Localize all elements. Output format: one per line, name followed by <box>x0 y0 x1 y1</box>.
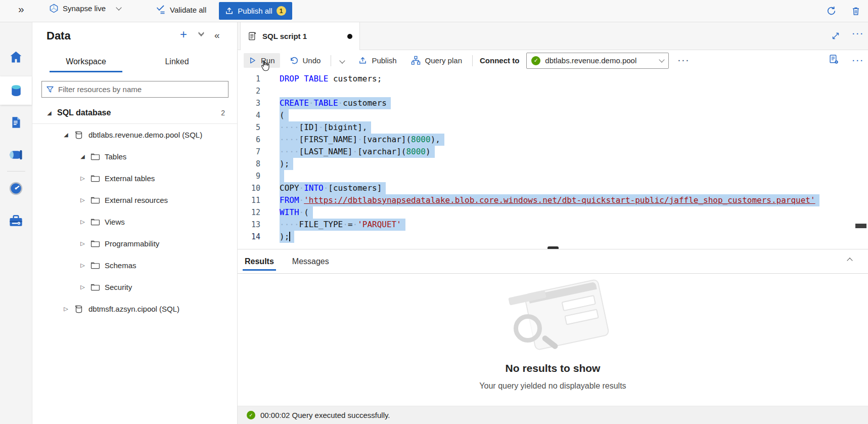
rail-item-monitor[interactable] <box>0 174 32 202</box>
query-status-bar: ✓ 00:00:02 Query executed successfully. <box>238 406 868 424</box>
double-chevron-down-icon[interactable] <box>199 32 203 35</box>
code-line-11[interactable]: 11FROM·'https://dbtlabsynapsedatalake.bl… <box>238 194 868 206</box>
collapse-twisty-icon[interactable]: ◢ <box>62 132 70 138</box>
more-commands-icon[interactable]: ··· <box>852 56 864 65</box>
code-line-6[interactable]: 6····[FIRST_NAME]·[varchar](8000), <box>238 134 868 146</box>
tree-item-dbtlabs-revenue-demo-pool-sql-[interactable]: ◢dbtlabs.revenue.demo.pool (SQL) <box>32 124 237 146</box>
selection-highlight <box>280 170 284 182</box>
tab-linked[interactable]: Linked <box>139 51 215 72</box>
filter-funnel-icon <box>47 86 54 93</box>
code-line-9[interactable]: 9 <box>238 170 868 182</box>
top-command-bar: » Synapse live Validate all Publish all … <box>0 0 868 22</box>
publish-all-button[interactable]: Publish all 1 <box>219 2 292 20</box>
upload-icon <box>225 7 234 15</box>
line-number: 8 <box>238 158 260 170</box>
sql-code-editor[interactable]: 1DROP TABLE customers;23CREATE·TABLE·cus… <box>238 71 868 246</box>
code-line-8[interactable]: 8); <box>238 158 868 170</box>
code-line-13[interactable]: 13····FILE_TYPE·=·'PARQUET' <box>238 219 868 231</box>
expand-twisty-icon[interactable]: ▷ <box>62 306 70 312</box>
selection-highlight: FROM·'https://dbtlabsynapsedatalake.blob… <box>280 194 819 206</box>
tree-item-label: Programmability <box>105 239 159 248</box>
tree-item-schemas[interactable]: ▷Schemas <box>32 255 237 276</box>
code-line-4[interactable]: 4( <box>238 109 868 121</box>
line-number: 6 <box>238 134 260 146</box>
toolbar-overflow-icon[interactable]: ··· <box>678 56 690 65</box>
tree-item-label: SQL database <box>57 108 111 117</box>
data-explorer-panel: Data + « Workspace Linked ◢SQL database2… <box>32 22 238 424</box>
query-plan-icon <box>411 56 421 65</box>
tree-item-tables[interactable]: ◢Tables <box>32 146 237 167</box>
expand-twisty-icon[interactable]: ▷ <box>79 240 86 247</box>
expand-twisty-icon[interactable]: ▷ <box>79 262 86 269</box>
undo-icon <box>289 56 298 65</box>
discard-all-icon[interactable] <box>851 6 861 16</box>
tree-item-security[interactable]: ▷Security <box>32 276 237 298</box>
collapse-twisty-icon[interactable]: ◢ <box>45 110 53 116</box>
publish-button[interactable]: Publish <box>353 53 401 68</box>
folder-icon <box>90 240 100 247</box>
results-tab-bar: Results Messages <box>238 249 868 274</box>
more-run-options-chevron-icon[interactable] <box>340 58 345 63</box>
tab-sql-script-1[interactable]: SQL script 1 <box>240 22 360 50</box>
success-check-icon: ✓ <box>247 411 255 419</box>
validate-all-button[interactable]: Validate all <box>156 5 206 15</box>
tree-item-external-tables[interactable]: ▷External tables <box>32 167 237 189</box>
code-line-5[interactable]: 5····[ID]·[bigint], <box>238 121 868 134</box>
rail-item-integrate[interactable] <box>0 141 32 169</box>
status-message: 00:00:02 Query executed successfully. <box>260 411 390 419</box>
expand-rail-icon[interactable]: » <box>18 3 24 15</box>
script-properties-icon[interactable] <box>829 54 839 65</box>
tree-item-label: Tables <box>105 152 126 161</box>
code-line-2[interactable]: 2 <box>238 85 868 97</box>
document-tab-bar: SQL script 1 ··· <box>238 22 868 50</box>
expand-editor-icon[interactable] <box>832 32 840 40</box>
mode-selector[interactable]: Synapse live <box>49 4 121 13</box>
expand-twisty-icon[interactable]: ▷ <box>79 219 86 225</box>
expand-twisty-icon[interactable]: ▷ <box>79 175 86 182</box>
tree-item-count: 2 <box>221 109 225 117</box>
code-line-10[interactable]: 10COPY·INTO·[customers] <box>238 182 868 194</box>
rail-item-manage[interactable] <box>0 206 32 235</box>
line-number: 5 <box>238 121 260 134</box>
tree-item-views[interactable]: ▷Views <box>32 211 237 233</box>
undo-button[interactable]: Undo <box>284 53 326 68</box>
filter-resources-input[interactable] <box>58 85 223 94</box>
rail-item-home[interactable] <box>0 43 32 71</box>
empty-results-title: No results to show <box>238 362 868 374</box>
tab-title: SQL script 1 <box>262 32 342 40</box>
line-number: 1 <box>238 73 260 85</box>
tree-item-label: dbtlabs.revenue.demo.pool (SQL) <box>88 131 202 139</box>
unsaved-changes-dot <box>347 34 352 39</box>
expand-twisty-icon[interactable]: ▷ <box>79 197 86 203</box>
code-line-3[interactable]: 3CREATE·TABLE·customers <box>238 97 868 109</box>
refresh-icon[interactable] <box>826 6 837 16</box>
code-line-12[interactable]: 12WITH·( <box>238 206 868 219</box>
rail-item-data[interactable] <box>0 76 32 105</box>
collapse-panel-icon[interactable]: « <box>214 30 220 40</box>
line-number: 13 <box>238 219 260 231</box>
tab-results[interactable]: Results <box>243 249 276 274</box>
database-tree: ◢SQL database2◢dbtlabs.revenue.demo.pool… <box>32 102 237 320</box>
tree-item-external-resources[interactable]: ▷External resources <box>32 189 237 211</box>
chevron-down-icon <box>659 57 665 62</box>
code-line-1[interactable]: 1DROP TABLE customers; <box>238 73 868 85</box>
code-line-7[interactable]: 7····[LAST_NAME]·[varchar](8000) <box>238 146 868 158</box>
selection-highlight: ····[ID]·[bigint], <box>280 121 371 134</box>
query-plan-button[interactable]: Query plan <box>406 53 467 68</box>
results-empty-state: No results to show Your query yielded no… <box>238 274 868 406</box>
tree-item-sql-database[interactable]: ◢SQL database2 <box>32 102 237 124</box>
tree-item-dbtmsft-azsyn-cipool-sql-[interactable]: ▷dbtmsft.azsyn.cipool (SQL) <box>32 298 237 320</box>
run-button[interactable]: Run <box>244 53 280 68</box>
tree-item-programmability[interactable]: ▷Programmability <box>32 233 237 255</box>
tab-messages[interactable]: Messages <box>290 249 331 274</box>
code-line-14[interactable]: 14); <box>238 231 868 243</box>
expand-twisty-icon[interactable]: ▷ <box>79 284 86 290</box>
add-icon[interactable]: + <box>180 29 187 39</box>
tab-more-actions-icon[interactable]: ··· <box>852 29 864 38</box>
connect-to-pool-dropdown[interactable]: ✓ dbtlabs.revenue.demo.pool <box>526 53 669 69</box>
collapse-twisty-icon[interactable]: ◢ <box>79 153 86 160</box>
editor-scrollbar-thumb[interactable] <box>855 224 866 228</box>
rail-item-develop[interactable] <box>0 108 32 137</box>
tab-workspace[interactable]: Workspace <box>48 51 124 72</box>
publish-all-label: Publish all <box>238 7 272 15</box>
